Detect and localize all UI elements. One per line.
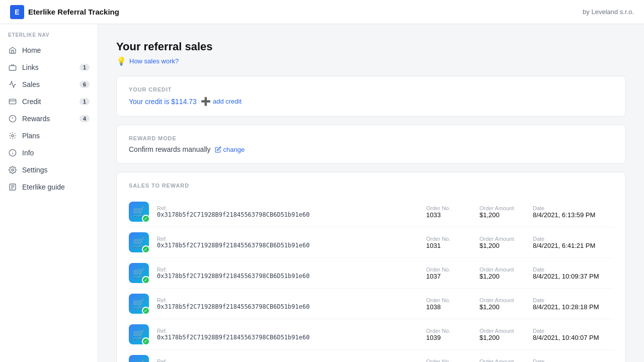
check-badge: ✓ bbox=[142, 337, 150, 345]
page-subtitle: 💡 How sales work? bbox=[116, 56, 626, 66]
info-icon bbox=[8, 148, 17, 157]
add-credit-label: add credit bbox=[213, 98, 242, 105]
sidebar: Eterlike Nav Home Links 1 Sales 6 bbox=[0, 24, 98, 362]
order-no-value: 1037 bbox=[426, 273, 471, 280]
credit-icon bbox=[8, 97, 17, 106]
sales-ref-cell: Ref. 0x3178b5f2C71928B9f21845563798CB6D5… bbox=[157, 297, 418, 310]
sidebar-nav-label: Eterlike Nav bbox=[0, 32, 98, 42]
check-badge: ✓ bbox=[142, 276, 150, 284]
order-amount-label: Order Amount bbox=[479, 266, 525, 273]
reward-mode-row: Confirm rewards manually change bbox=[129, 145, 613, 153]
sales-row-icon: 🛒 ✓ bbox=[129, 294, 149, 314]
sidebar-item-settings-label: Settings bbox=[22, 166, 90, 174]
sidebar-item-home[interactable]: Home bbox=[0, 42, 98, 59]
ref-label: Ref. bbox=[157, 266, 418, 273]
date-value: 8/4/2021, 6:41:21 PM bbox=[533, 242, 613, 249]
sidebar-item-credit-badge: 1 bbox=[79, 98, 90, 105]
plans-icon bbox=[8, 131, 17, 140]
sidebar-item-info[interactable]: Info bbox=[0, 144, 98, 161]
home-icon bbox=[8, 46, 17, 55]
layout: Eterlike Nav Home Links 1 Sales 6 bbox=[0, 24, 644, 362]
ref-value: 0x3178b5f2C71928B9f21845563798CB6D51b91e… bbox=[157, 303, 418, 310]
order-amount-label: Order Amount bbox=[479, 236, 525, 242]
ref-label: Ref. bbox=[157, 205, 418, 211]
credit-amount-text: Your credit is $114.73 bbox=[129, 98, 197, 106]
order-no-cell: Order No. 1037 bbox=[426, 266, 471, 280]
reward-mode-value: Confirm rewards manually bbox=[129, 145, 211, 153]
how-sales-link[interactable]: How sales work? bbox=[129, 57, 179, 65]
date-cell: Date 8/4/2021, 6:41:21 PM bbox=[533, 236, 613, 249]
sidebar-item-info-label: Info bbox=[22, 149, 90, 157]
date-label: Date bbox=[533, 266, 613, 273]
sales-card: SALES TO REWARD 🛒 ✓ Ref. 0x3178b5f2C7192… bbox=[116, 172, 626, 362]
order-no-cell: Order No. 1031 bbox=[426, 236, 471, 249]
add-credit-button[interactable]: ➕ add credit bbox=[201, 97, 242, 106]
sidebar-item-home-label: Home bbox=[22, 46, 90, 54]
sales-row-icon: 🛒 ✓ bbox=[129, 324, 149, 344]
date-cell: Date 8/4/2021, 10:40:07 PM bbox=[533, 328, 613, 341]
table-row: 🛒 ✓ Ref. 0x3178b5f2C71928B9f21845563798C… bbox=[129, 350, 613, 362]
sidebar-item-links-label: Links bbox=[22, 63, 74, 71]
add-credit-icon: ➕ bbox=[201, 97, 211, 106]
order-no-cell: Order No. 1038 bbox=[426, 297, 471, 311]
svg-rect-1 bbox=[9, 99, 16, 104]
sidebar-item-credit-label: Credit bbox=[22, 98, 74, 106]
sidebar-item-plans[interactable]: Plans bbox=[0, 127, 98, 144]
page-title: Your referral sales bbox=[116, 40, 626, 53]
edit-icon bbox=[215, 146, 221, 153]
date-cell: Date 8/4/2021, 10:28:18 PM bbox=[533, 297, 613, 311]
ref-value: 0x3178b5f2C71928B9f21845563798CB6D51b91e… bbox=[157, 273, 418, 280]
sidebar-item-settings[interactable]: Settings bbox=[0, 161, 98, 178]
ref-value: 0x3178b5f2C71928B9f21845563798CB6D51b91e… bbox=[157, 334, 418, 341]
order-no-label: Order No. bbox=[426, 236, 471, 242]
order-no-value: 1033 bbox=[426, 211, 471, 219]
change-label: change bbox=[223, 146, 245, 153]
sidebar-item-sales[interactable]: Sales 6 bbox=[0, 76, 98, 93]
app-logo: E bbox=[10, 5, 24, 19]
order-amount-value: $1,200 bbox=[479, 242, 525, 249]
order-amount-label: Order Amount bbox=[479, 328, 525, 334]
date-label: Date bbox=[533, 205, 613, 211]
ref-value: 0x3178b5f2C71928B9f21845563798CB6D51b91e… bbox=[157, 242, 418, 249]
sales-ref-cell: Ref. 0x3178b5f2C71928B9f21845563798CB6D5… bbox=[157, 328, 418, 341]
order-amount-value: $1,200 bbox=[479, 334, 525, 341]
order-no-label: Order No. bbox=[426, 297, 471, 303]
sidebar-item-links[interactable]: Links 1 bbox=[0, 59, 98, 76]
order-amount-cell: Order Amount $1,200 bbox=[479, 358, 525, 363]
date-label: Date bbox=[533, 297, 613, 303]
date-label: Date bbox=[533, 358, 613, 363]
svg-rect-0 bbox=[9, 66, 16, 70]
guide-icon bbox=[8, 183, 17, 192]
ref-label: Ref. bbox=[157, 358, 418, 362]
table-row: 🛒 ✓ Ref. 0x3178b5f2C71928B9f21845563798C… bbox=[129, 258, 613, 289]
topbar-left: E Eterlike Referral Tracking bbox=[10, 5, 119, 19]
table-row: 🛒 ✓ Ref. 0x3178b5f2C71928B9f21845563798C… bbox=[129, 227, 613, 258]
links-icon bbox=[8, 63, 17, 72]
sidebar-item-eterlike-guide[interactable]: Eterlike guide bbox=[0, 178, 98, 196]
check-badge: ✓ bbox=[142, 215, 150, 223]
sidebar-item-sales-label: Sales bbox=[22, 80, 74, 88]
order-no-cell: Order No. 1039 bbox=[426, 328, 471, 341]
sales-rows-container: 🛒 ✓ Ref. 0x3178b5f2C71928B9f21845563798C… bbox=[129, 197, 613, 362]
sidebar-item-links-badge: 1 bbox=[79, 64, 90, 71]
order-amount-cell: Order Amount $1,200 bbox=[479, 236, 525, 249]
order-amount-value: $1,200 bbox=[479, 273, 525, 280]
date-value: 8/4/2021, 10:09:37 PM bbox=[533, 273, 613, 280]
sidebar-item-credit[interactable]: Credit 1 bbox=[0, 93, 98, 110]
date-cell: Date 8/5/2021, 10:03:07 AM bbox=[533, 358, 613, 363]
order-no-label: Order No. bbox=[426, 205, 471, 211]
table-row: 🛒 ✓ Ref. 0x3178b5f2C71928B9f21845563798C… bbox=[129, 197, 613, 227]
order-amount-cell: Order Amount $1,200 bbox=[479, 266, 525, 280]
order-amount-label: Order Amount bbox=[479, 205, 525, 211]
check-badge: ✓ bbox=[142, 245, 150, 253]
credit-info-row: Your credit is $114.73 ➕ add credit bbox=[129, 97, 613, 106]
cart-icon: 🛒 bbox=[129, 355, 149, 362]
date-value: 8/4/2021, 10:28:18 PM bbox=[533, 303, 613, 311]
date-cell: Date 8/4/2021, 10:09:37 PM bbox=[533, 266, 613, 280]
sales-row-icon: 🛒 ✓ bbox=[129, 263, 149, 283]
sidebar-item-rewards[interactable]: Rewards 4 bbox=[0, 110, 98, 127]
sidebar-item-rewards-badge: 4 bbox=[79, 115, 90, 122]
change-reward-mode-button[interactable]: change bbox=[215, 146, 245, 153]
rewards-icon bbox=[8, 114, 17, 123]
reward-mode-card: REWARD MODE Confirm rewards manually cha… bbox=[116, 125, 626, 164]
